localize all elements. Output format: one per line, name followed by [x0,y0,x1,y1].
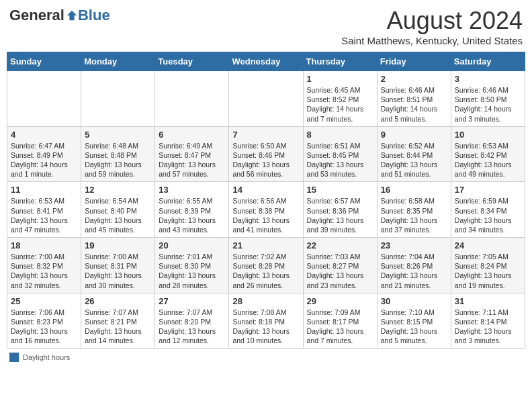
day-info: Sunrise: 7:00 AM [11,252,77,261]
day-info: and 56 minutes. [232,169,299,179]
day-info: and 59 minutes. [85,169,151,179]
day-info: Sunset: 8:45 PM [307,150,373,160]
day-info: Sunset: 8:46 PM [232,150,299,160]
day-number: 15 [307,185,373,195]
day-number: 30 [381,296,447,306]
day-number: 11 [11,185,77,195]
calendar-cell: 3Sunrise: 6:46 AMSunset: 8:50 PMDaylight… [451,71,525,127]
calendar-cell: 4Sunrise: 6:47 AMSunset: 8:49 PMDaylight… [7,126,81,182]
day-info: Daylight: 13 hours [159,271,225,280]
calendar-cell: 9Sunrise: 6:52 AMSunset: 8:44 PMDaylight… [377,126,451,182]
day-info: Sunset: 8:50 PM [455,95,521,104]
calendar-week-row: 4Sunrise: 6:47 AMSunset: 8:49 PMDaylight… [7,126,525,182]
day-info: Sunrise: 7:01 AM [159,252,225,261]
calendar-cell: 7Sunrise: 6:50 AMSunset: 8:46 PMDaylight… [229,126,303,182]
day-info: Sunset: 8:34 PM [455,206,521,216]
calendar-cell: 17Sunrise: 6:59 AMSunset: 8:34 PMDayligh… [451,182,525,238]
day-number: 27 [159,296,225,306]
day-info: Sunset: 8:32 PM [11,261,77,271]
day-info: Daylight: 13 hours [381,160,447,169]
calendar-cell: 18Sunrise: 7:00 AMSunset: 8:32 PMDayligh… [7,238,81,293]
day-info: Sunset: 8:20 PM [159,317,225,326]
location-subtitle: Saint Matthews, Kentucky, United States [341,35,523,46]
day-info: and 49 minutes. [455,169,521,179]
day-info: Sunrise: 7:07 AM [85,308,151,317]
day-number: 20 [159,240,225,250]
day-info: Sunrise: 6:46 AM [455,85,521,95]
day-info: Daylight: 13 hours [232,326,299,336]
day-info: and 5 minutes. [381,114,447,124]
day-info: Sunset: 8:26 PM [381,261,447,271]
day-info: Daylight: 13 hours [307,271,373,280]
calendar-col-header: Sunday [7,52,81,71]
day-info: Sunset: 8:23 PM [11,317,77,326]
day-info: Sunrise: 7:11 AM [455,308,521,317]
day-info: Sunrise: 6:57 AM [307,196,373,205]
day-info: Sunrise: 6:54 AM [85,196,151,205]
calendar-cell: 5Sunrise: 6:48 AMSunset: 8:48 PMDaylight… [81,126,155,182]
day-info: Sunrise: 6:58 AM [381,196,447,205]
month-title: August 2024 [341,7,523,35]
day-info: Sunrise: 6:50 AM [232,141,299,150]
day-info: Sunrise: 7:08 AM [232,308,299,317]
day-number: 26 [85,296,151,306]
calendar-cell: 19Sunrise: 7:00 AMSunset: 8:31 PMDayligh… [81,238,155,293]
calendar-cell: 15Sunrise: 6:57 AMSunset: 8:36 PMDayligh… [303,182,377,238]
day-info: Daylight: 13 hours [159,160,225,169]
logo: General Blue [9,7,110,24]
day-info: Sunset: 8:17 PM [307,317,373,326]
day-info: Daylight: 13 hours [455,216,521,225]
day-number: 12 [85,185,151,195]
day-info: Daylight: 13 hours [159,216,225,225]
day-info: Daylight: 13 hours [85,160,151,169]
calendar-cell: 24Sunrise: 7:05 AMSunset: 8:24 PMDayligh… [451,238,525,293]
calendar-cell [81,71,155,127]
day-info: and 3 minutes. [455,114,521,124]
day-number: 4 [11,130,77,140]
calendar-cell: 29Sunrise: 7:09 AMSunset: 8:17 PMDayligh… [303,293,377,349]
calendar-week-row: 18Sunrise: 7:00 AMSunset: 8:32 PMDayligh… [7,238,525,293]
day-info: and 32 minutes. [11,281,77,290]
day-number: 19 [85,240,151,250]
day-info: and 43 minutes. [159,225,225,234]
calendar-cell: 2Sunrise: 6:46 AMSunset: 8:51 PMDaylight… [377,71,451,127]
calendar-header-row: SundayMondayTuesdayWednesdayThursdayFrid… [7,52,525,71]
day-number: 3 [455,74,521,84]
day-info: Sunrise: 7:03 AM [307,252,373,261]
day-number: 2 [381,74,447,84]
day-info: Daylight: 13 hours [455,271,521,280]
day-info: Daylight: 14 hours [11,160,77,169]
day-number: 9 [381,130,447,140]
calendar-cell [7,71,81,127]
day-info: Daylight: 14 hours [455,104,521,113]
header: General Blue August 2024 Saint Matthews,… [7,7,525,46]
day-info: Daylight: 13 hours [85,216,151,225]
calendar-cell: 28Sunrise: 7:08 AMSunset: 8:18 PMDayligh… [229,293,303,349]
day-info: Sunset: 8:40 PM [85,206,151,216]
day-info: Sunset: 8:51 PM [381,95,447,104]
day-info: Sunrise: 6:56 AM [232,196,299,205]
day-info: and 47 minutes. [11,225,77,234]
calendar-cell: 20Sunrise: 7:01 AMSunset: 8:30 PMDayligh… [155,238,229,293]
day-info: Sunset: 8:36 PM [307,206,373,216]
day-info: Sunrise: 6:55 AM [159,196,225,205]
day-info: Daylight: 13 hours [11,271,77,280]
day-info: Daylight: 13 hours [307,216,373,225]
svg-marker-0 [67,11,77,20]
day-info: Sunset: 8:15 PM [381,317,447,326]
day-info: Sunset: 8:52 PM [307,95,373,104]
day-info: Sunset: 8:35 PM [381,206,447,216]
day-info: Daylight: 13 hours [232,160,299,169]
day-info: Sunset: 8:42 PM [455,150,521,160]
day-number: 7 [232,130,299,140]
day-info: Sunrise: 6:51 AM [307,141,373,150]
day-info: Sunset: 8:28 PM [232,261,299,271]
calendar-cell: 6Sunrise: 6:49 AMSunset: 8:47 PMDaylight… [155,126,229,182]
day-info: and 5 minutes. [381,336,447,345]
day-info: Daylight: 13 hours [232,271,299,280]
calendar-cell [155,71,229,127]
day-info: and 3 minutes. [455,336,521,345]
day-info: Daylight: 13 hours [381,326,447,336]
day-info: Sunset: 8:47 PM [159,150,225,160]
day-info: Sunrise: 7:06 AM [11,308,77,317]
